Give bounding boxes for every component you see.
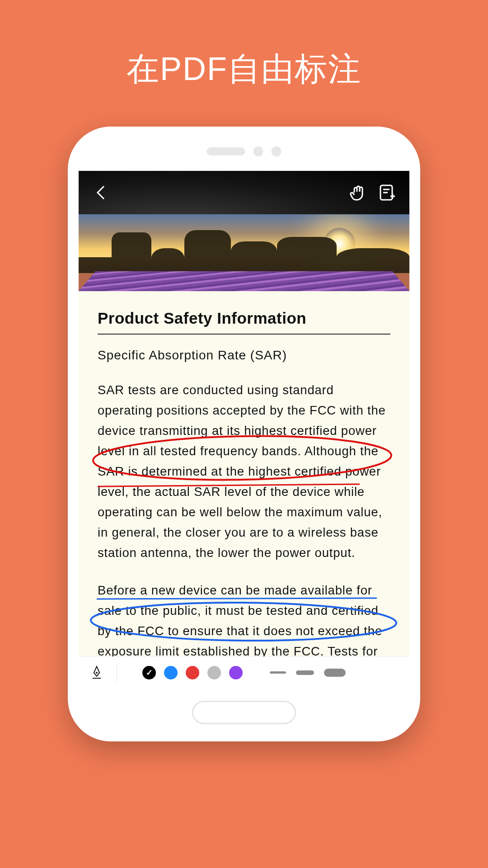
phone-mock: Product Safety Information Specific Abso…	[68, 127, 420, 741]
document-title: Product Safety Information	[98, 309, 390, 327]
color-red[interactable]	[186, 666, 199, 679]
toolbar-separator	[117, 664, 117, 682]
document-page[interactable]: Product Safety Information Specific Abso…	[79, 291, 409, 656]
annotation-toolbar	[79, 656, 409, 688]
pen-tool-button[interactable]	[87, 663, 107, 683]
paragraph-1: SAR tests are conducted using standard o…	[98, 380, 390, 563]
paragraph-2: Before a new device can be made availabl…	[98, 580, 390, 656]
page-title: 在PDF自由标注	[0, 47, 488, 91]
color-gray[interactable]	[207, 666, 221, 679]
phone-speaker	[207, 146, 282, 156]
hand-tool-button[interactable]	[348, 183, 368, 203]
phone-screen: Product Safety Information Specific Abso…	[79, 171, 409, 688]
stroke-thick[interactable]	[324, 669, 346, 677]
color-black[interactable]	[142, 666, 156, 679]
color-blue[interactable]	[164, 666, 178, 679]
title-rule	[98, 334, 390, 335]
annotation-red-ellipse[interactable]	[89, 433, 396, 487]
svg-point-9	[96, 672, 98, 674]
phone-home-button	[192, 701, 296, 724]
svg-line-7	[97, 598, 377, 599]
stroke-sizes	[270, 669, 346, 677]
color-palette	[142, 666, 243, 679]
stroke-medium[interactable]	[296, 670, 314, 675]
color-purple[interactable]	[229, 666, 243, 679]
add-note-button[interactable]	[377, 183, 397, 203]
viewer-top-bar	[79, 171, 409, 214]
document-subtitle: Specific Absorption Rate (SAR)	[98, 348, 390, 363]
document-hero-image	[79, 214, 409, 291]
paragraph-2-text: Before a new device can be made availabl…	[98, 583, 382, 656]
paragraph-1-text: SAR tests are conducted using standard o…	[98, 383, 386, 560]
back-button[interactable]	[91, 183, 111, 203]
stroke-thin[interactable]	[270, 671, 286, 674]
